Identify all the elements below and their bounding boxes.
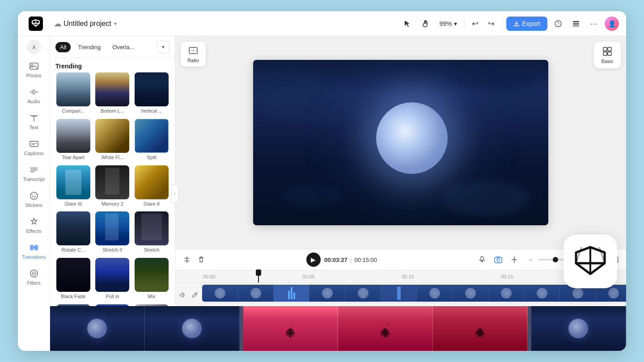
sidebar-label-filters: Filters — [27, 280, 41, 286]
transition-label-stretch: Stretch — [144, 247, 160, 253]
project-title-area[interactable]: ☁ Untitled project ▾ — [54, 19, 117, 29]
panel-collapse-handle[interactable]: › — [171, 185, 178, 202]
transition-label-split: Split — [147, 155, 156, 160]
transition-item-glare2[interactable]: Glare II — [134, 165, 169, 208]
time-display: 00:03:27 | 00:15:00 — [324, 257, 377, 263]
app-window: ☁ Untitled project ▾ 99% ▾ ↩ — [18, 11, 626, 351]
export-btn[interactable]: Export — [506, 17, 547, 31]
frame-7 — [417, 285, 453, 302]
filmstrip-divider-2 — [528, 306, 531, 351]
volume-btn[interactable] — [177, 290, 188, 300]
more-btn[interactable]: ⋯ — [587, 17, 601, 31]
frame-9 — [488, 285, 524, 302]
sidebar-label-captions: Captions — [24, 151, 43, 156]
transition-thumb-glare3 — [56, 165, 90, 199]
sidebar-item-text[interactable]: Text — [21, 109, 47, 134]
pointer-tool-btn[interactable] — [400, 17, 415, 31]
transition-item-stretch[interactable]: Stretch — [134, 211, 169, 254]
delete-btn[interactable] — [195, 253, 208, 266]
transition-item-whitefl[interactable]: White Fl... — [95, 119, 131, 162]
transition-label-bottoml: Bottom L... — [101, 108, 124, 114]
ratio-label: Ratio — [187, 58, 199, 63]
transition-thumb-blackfade — [56, 258, 90, 292]
video-preview — [253, 60, 548, 225]
save-icon: ☁ — [54, 19, 62, 29]
section-trending-label: Trending — [50, 58, 175, 72]
video-track-clip[interactable] — [202, 285, 626, 302]
main-area: ∧ Photos Audio Text Captions Transcript — [18, 36, 626, 351]
svg-point-50 — [293, 325, 294, 326]
ratio-btn[interactable]: Ratio — [181, 42, 206, 67]
transition-label-memory2: Memory 2 — [102, 201, 123, 206]
sidebar-item-photos[interactable]: Photos — [21, 58, 47, 82]
pb-left-controls — [181, 253, 208, 266]
transition-item-pullin[interactable]: Pull in — [95, 258, 131, 301]
sidebar-collapse-btn[interactable]: ∧ — [27, 40, 41, 54]
sidebar-item-audio[interactable]: Audio — [21, 84, 47, 108]
left-sidebar: ∧ Photos Audio Text Captions Transcript — [18, 36, 50, 351]
undo-btn[interactable]: ↩ — [468, 17, 483, 31]
svg-rect-29 — [608, 52, 611, 55]
logo-area — [25, 17, 47, 31]
edit-btn[interactable] — [190, 290, 200, 300]
transition-item-split[interactable]: Split — [134, 119, 169, 162]
filmstrip-pink-1 — [243, 306, 338, 351]
transition-item-compari[interactable]: Compari... — [55, 72, 91, 115]
transition-item-blackfade[interactable]: Black Fade — [55, 258, 91, 301]
split-clip-btn[interactable] — [181, 253, 193, 266]
play-btn[interactable]: ▶ — [306, 253, 321, 267]
transition-item-stretch2[interactable]: Stretch II — [95, 211, 131, 254]
align-btn[interactable] — [508, 253, 521, 266]
frame-1 — [202, 285, 238, 302]
bottom-filmstrip — [50, 306, 626, 351]
svg-point-49 — [292, 323, 293, 324]
transition-item-tearapart[interactable]: Tear Apart — [55, 119, 91, 162]
sidebar-item-captions[interactable]: Captions — [21, 135, 47, 160]
svg-point-22 — [33, 273, 34, 274]
transition-thumb-split — [135, 119, 169, 153]
transition-label-glare3: Glare III — [64, 201, 82, 206]
transition-thumb-whitefl — [95, 119, 129, 153]
transition-item-memory2[interactable]: Memory 2 — [95, 165, 131, 208]
frame-8 — [453, 285, 488, 302]
sidebar-label-audio: Audio — [27, 99, 40, 104]
transition-label-pullin: Pull in — [106, 294, 119, 299]
transition-label-rotatec: Rotate C... — [62, 247, 85, 253]
svg-text:?: ? — [557, 21, 559, 26]
transition-thumb-vertical — [135, 72, 169, 106]
tab-all[interactable]: All — [55, 42, 71, 52]
transition-thumb-stretch2 — [95, 211, 129, 245]
help-btn[interactable]: ? — [551, 17, 565, 31]
transition-item-mix[interactable]: Mix — [134, 258, 169, 301]
user-avatar[interactable]: 👤 — [605, 17, 619, 31]
transition-item-rotatec[interactable]: Rotate C... — [55, 211, 91, 254]
camera-btn[interactable] — [492, 253, 504, 266]
filter-dropdown-btn[interactable]: ▾ — [157, 41, 169, 53]
playhead — [258, 270, 259, 282]
basic-panel-btn[interactable]: Basic — [594, 42, 621, 68]
sidebar-item-filters[interactable]: Filters — [21, 265, 47, 289]
zoom-out-btn[interactable]: － — [524, 253, 537, 266]
mic-btn[interactable] — [476, 253, 488, 266]
queue-btn[interactable] — [569, 17, 583, 31]
tab-overlay[interactable]: Overla... — [108, 42, 139, 52]
zoom-display[interactable]: 99% ▾ — [436, 20, 461, 27]
svg-point-8 — [31, 64, 33, 66]
time-divider: | — [350, 257, 352, 263]
total-time: 00:15:00 — [354, 257, 377, 263]
transition-item-vertical[interactable]: Vertical ... — [134, 72, 169, 115]
transition-thumb-mix — [135, 258, 169, 292]
sidebar-item-stickers[interactable]: Stickers — [21, 187, 47, 211]
tab-trending[interactable]: Trending — [73, 42, 105, 52]
transition-item-bottoml[interactable]: Bottom L... — [95, 72, 131, 115]
sidebar-item-transcript[interactable]: Transcript — [21, 161, 47, 185]
sidebar-item-transitions[interactable]: Transitions — [21, 239, 47, 263]
transition-thumb-bottoml — [95, 72, 129, 106]
sidebar-item-effects[interactable]: Effects — [21, 213, 47, 237]
redo-btn[interactable]: ↪ — [484, 17, 499, 31]
svg-point-16 — [32, 194, 33, 195]
transition-label-glare2: Glare II — [144, 201, 160, 206]
ruler-mark-10: 00:10 — [401, 274, 500, 279]
hand-tool-btn[interactable] — [418, 17, 432, 31]
transition-item-glare3[interactable]: Glare III — [55, 165, 91, 208]
